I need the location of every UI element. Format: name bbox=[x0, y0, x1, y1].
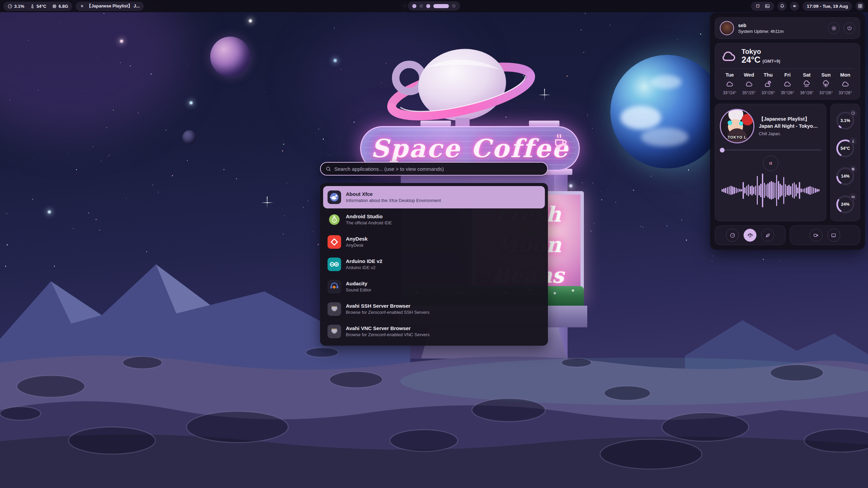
visualizer-bar bbox=[755, 186, 756, 195]
forecast-day: Fri 35°/26° bbox=[778, 72, 796, 95]
forecast-day-label: Thu bbox=[764, 72, 773, 78]
sun-cloud-icon bbox=[764, 80, 772, 88]
app-list-item[interactable]: Avahi SSH Server Browser Browse for Zero… bbox=[323, 298, 545, 320]
visualizer-bar bbox=[792, 183, 793, 198]
visualizer-bar bbox=[780, 184, 781, 197]
app-description: Sound Editor bbox=[346, 287, 371, 293]
app-description: The official Android IDE bbox=[346, 220, 392, 226]
settings-button[interactable] bbox=[828, 22, 840, 34]
forecast-temps: 33°/26° bbox=[762, 90, 775, 95]
app-name: Audacity bbox=[346, 280, 371, 287]
screen-record-button[interactable] bbox=[810, 229, 823, 242]
screenshot-button[interactable] bbox=[827, 229, 840, 242]
gauge-icon bbox=[730, 232, 735, 238]
system-tray[interactable] bbox=[751, 2, 774, 11]
visualizer-bar bbox=[788, 185, 790, 196]
speaker-icon bbox=[792, 3, 797, 9]
performance-profile-button[interactable] bbox=[726, 229, 739, 242]
forecast-day-label: Sun bbox=[821, 72, 830, 78]
app-launcher: About Xfce Information about the Xfce De… bbox=[320, 162, 548, 346]
visualizer-bar bbox=[816, 189, 818, 192]
visualizer-bar bbox=[766, 184, 767, 196]
forecast-day: Wed 35°/25° bbox=[740, 72, 758, 95]
audacity-app-icon bbox=[328, 280, 341, 293]
visualizer-bar bbox=[762, 174, 763, 207]
visualizer-bar bbox=[727, 187, 728, 194]
avatar[interactable] bbox=[720, 21, 734, 35]
app-list-item[interactable]: About Xfce Information about the Xfce De… bbox=[323, 186, 545, 208]
forecast-day: Tue 33°/24° bbox=[721, 72, 739, 95]
forecast-temps: 36°/26° bbox=[800, 90, 813, 95]
app-name: Android Studio bbox=[346, 213, 392, 220]
system-stats-pill[interactable]: 3.1% 54°C 6.8G bbox=[3, 2, 72, 11]
app-description: AnyDesk bbox=[346, 243, 368, 248]
album-art[interactable]: TOKYO L bbox=[720, 109, 754, 143]
weather-forecast: Tue 33°/24°Wed 35°/25°Thu 33°/26°Fri 35°… bbox=[721, 72, 854, 95]
disk-icon bbox=[849, 194, 856, 201]
seek-knob[interactable] bbox=[720, 148, 725, 152]
visualizer-bar bbox=[746, 186, 748, 195]
visualizer-bar bbox=[795, 184, 797, 197]
anydesk-app-icon bbox=[328, 235, 341, 249]
app-description: Browse for Zeroconf-enabled VNC Servers bbox=[346, 332, 430, 338]
forecast-temps: 33°/26° bbox=[839, 90, 852, 95]
seek-bar[interactable] bbox=[720, 148, 821, 152]
workspace-dot-3[interactable] bbox=[426, 4, 430, 8]
notifications-button[interactable] bbox=[777, 2, 787, 11]
visualizer-bar bbox=[783, 177, 785, 204]
app-list-item[interactable]: Android Studio The official Android IDE bbox=[323, 208, 545, 231]
app-list-item[interactable]: Avahi VNC Server Browser Browse for Zero… bbox=[323, 320, 545, 343]
power-button[interactable] bbox=[844, 22, 855, 34]
system-uptime: System Uptime: 4h11m bbox=[738, 29, 824, 34]
app-list-item[interactable]: Audacity Sound Editor bbox=[323, 276, 545, 298]
workspace-dot-5[interactable] bbox=[452, 4, 456, 8]
workspace-dot-1[interactable] bbox=[412, 4, 416, 8]
forecast-day-label: Fri bbox=[784, 72, 791, 78]
app-name: Avahi VNC Server Browser bbox=[346, 325, 430, 332]
visualizer-bar bbox=[730, 186, 732, 195]
play-pause-button[interactable] bbox=[763, 156, 778, 171]
visualizer-bar bbox=[737, 188, 739, 192]
saturn-cup-art bbox=[378, 37, 544, 136]
workspace-dot-2[interactable] bbox=[419, 4, 423, 8]
visualizer-bar bbox=[739, 189, 741, 192]
power-saver-profile-button[interactable] bbox=[761, 229, 774, 242]
visualizer-bar bbox=[813, 187, 814, 194]
search-box[interactable] bbox=[320, 162, 548, 176]
now-playing-pill[interactable]: 【Japanese Playlist】 J... bbox=[76, 2, 144, 11]
clock-pill[interactable]: 17:09 - Tue, 19 Aug bbox=[803, 2, 852, 11]
workspace-dot-4[interactable] bbox=[433, 4, 449, 8]
visualizer-bar bbox=[799, 182, 800, 199]
purple-planet bbox=[210, 37, 250, 77]
visualizer-bar bbox=[734, 187, 735, 194]
app-name: Avahi SSH Server Browser bbox=[346, 303, 429, 309]
track-artist: Chill Japan. bbox=[759, 131, 821, 136]
workspace-indicator[interactable] bbox=[408, 1, 460, 11]
app-list-item[interactable]: AnyDesk AnyDesk bbox=[323, 231, 545, 253]
forecast-day: Sun 33°/26° bbox=[817, 72, 835, 95]
visualizer-bar bbox=[785, 184, 786, 197]
audio-visualizer bbox=[720, 174, 821, 207]
cloud-icon bbox=[745, 80, 753, 88]
visualizer-bar bbox=[804, 188, 806, 193]
app-list-item[interactable]: Arduino IDE v2 Arduino IDE v2 bbox=[323, 253, 545, 276]
visualizer-bar bbox=[818, 189, 820, 191]
balanced-profile-button[interactable] bbox=[744, 229, 756, 242]
apps-grid-icon bbox=[857, 3, 863, 9]
search-input[interactable] bbox=[334, 166, 542, 172]
visualizer-bar bbox=[764, 183, 765, 198]
volume-button[interactable] bbox=[790, 2, 799, 11]
cat-tray-icon[interactable] bbox=[755, 3, 761, 9]
sign-post bbox=[529, 121, 559, 126]
visualizer-bar bbox=[781, 185, 783, 196]
gauge-icon bbox=[849, 110, 856, 117]
visualizer-bar bbox=[741, 189, 742, 191]
visualizer-bar bbox=[808, 187, 809, 194]
visualizer-bar bbox=[771, 181, 772, 200]
disk-gauge: 24% bbox=[835, 195, 855, 214]
image-tray-icon[interactable] bbox=[765, 3, 770, 9]
visualizer-bar bbox=[767, 183, 769, 198]
control-center-panel: seb System Uptime: 4h11m Tokyo 24°C(GMT+… bbox=[710, 13, 865, 250]
coffee-cup-icon bbox=[552, 132, 570, 149]
app-grid-button[interactable] bbox=[855, 2, 865, 11]
